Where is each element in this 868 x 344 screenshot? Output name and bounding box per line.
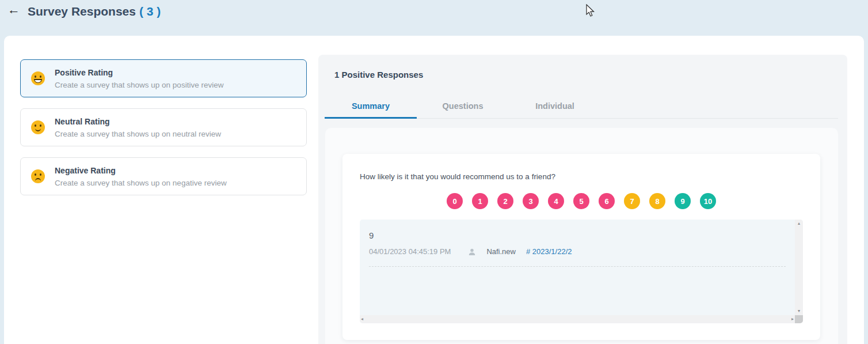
summary-container: How likely is it that you would recommen…	[325, 128, 838, 344]
card-title: Negative Rating	[55, 166, 227, 175]
nps-score-5: 5	[573, 193, 589, 209]
sidebar-item-positive-rating[interactable]: Positive Rating Create a survey that sho…	[20, 59, 307, 97]
main-panel: Positive Rating Create a survey that sho…	[4, 36, 864, 344]
tab-summary[interactable]: Summary	[325, 100, 417, 119]
tab-questions[interactable]: Questions	[417, 100, 509, 119]
neutral-emoji-icon	[31, 120, 45, 134]
tab-bar: Summary Questions Individual	[325, 100, 838, 119]
responses-panel: 1 Positive Responses Summary Questions I…	[318, 55, 847, 344]
response-score: 9	[369, 230, 374, 240]
nps-score-row: 012345678910	[342, 193, 820, 209]
page-title: Survey Responses( 3 )	[28, 5, 161, 18]
page-title-count: ( 3 )	[139, 5, 161, 18]
tab-individual[interactable]: Individual	[509, 100, 601, 119]
card-description: Create a survey that shows up on neutral…	[55, 130, 221, 138]
card-title: Neutral Rating	[55, 117, 221, 126]
scroll-right-icon[interactable]: ▸	[791, 317, 794, 322]
nps-score-1: 1	[472, 193, 488, 209]
nps-score-0: 0	[447, 193, 463, 209]
response-timestamp: 04/01/2023 04:45:19 PM	[369, 247, 451, 256]
scroll-down-icon[interactable]: ▾	[798, 307, 800, 315]
nps-score-10: 10	[700, 193, 716, 209]
nps-score-4: 4	[548, 193, 564, 209]
scroll-left-icon[interactable]: ◂	[361, 317, 363, 322]
response-user: Nafi.new	[486, 247, 516, 256]
card-description: Create a survey that shows up on positiv…	[55, 81, 223, 89]
nps-score-9: 9	[675, 193, 691, 209]
responses-count-header: 1 Positive Responses	[334, 70, 423, 80]
top-header: ← Survey Responses( 3 )	[0, 0, 868, 36]
survey-question: How likely is it that you would recommen…	[360, 172, 555, 181]
page-title-text: Survey Responses	[28, 5, 136, 18]
sidebar-item-negative-rating[interactable]: Negative Rating Create a survey that sho…	[20, 157, 307, 195]
nps-score-3: 3	[523, 193, 539, 209]
sidebar-item-neutral-rating[interactable]: Neutral Rating Create a survey that show…	[20, 108, 307, 146]
response-reference-link[interactable]: # 2023/1/22/2	[526, 247, 572, 256]
card-title: Positive Rating	[55, 68, 223, 77]
question-card: How likely is it that you would recommen…	[342, 154, 820, 340]
nps-score-2: 2	[497, 193, 513, 209]
response-meta-row: 04/01/2023 04:45:19 PM Nafi.new # 2023/1…	[369, 247, 572, 256]
survey-type-sidebar: Positive Rating Create a survey that sho…	[20, 59, 307, 206]
smile-emoji-icon	[31, 71, 45, 85]
nps-score-6: 6	[599, 193, 615, 209]
vertical-scrollbar[interactable]: ▴ ▾	[795, 220, 803, 315]
card-description: Create a survey that shows up on negativ…	[55, 179, 227, 187]
responses-scroll-area[interactable]: 9 04/01/2023 04:45:19 PM Nafi.new # 2023…	[360, 220, 803, 323]
back-arrow-icon[interactable]: ←	[7, 2, 20, 18]
dashed-separator	[369, 266, 786, 267]
person-icon	[468, 248, 476, 256]
nps-score-7: 7	[624, 193, 640, 209]
scrollbar-corner	[795, 315, 803, 323]
horizontal-scrollbar[interactable]: ◂ ▸	[360, 315, 795, 323]
scroll-up-icon[interactable]: ▴	[798, 220, 800, 228]
frown-emoji-icon	[31, 169, 45, 183]
nps-score-8: 8	[649, 193, 665, 209]
